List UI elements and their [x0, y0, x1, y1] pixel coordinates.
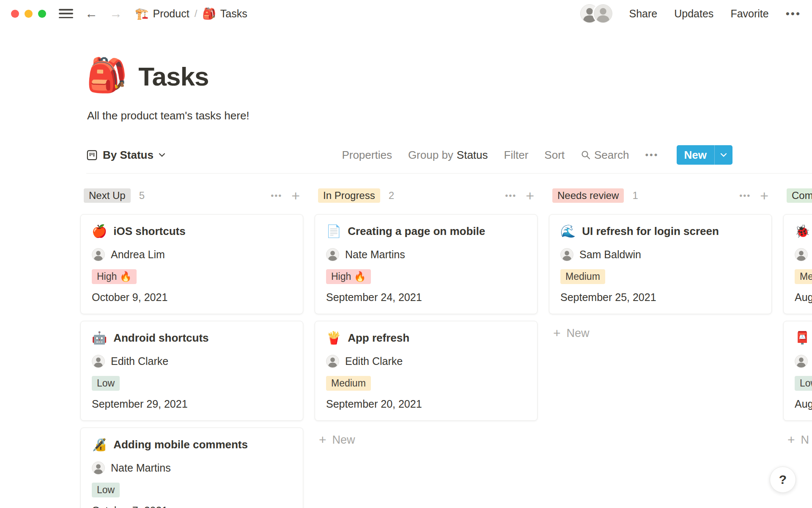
task-card[interactable]: 🍟 App refresh Edith Clarke Medium Septem…: [315, 321, 538, 421]
task-emoji-icon: 🔏: [92, 439, 107, 451]
zoom-window-button[interactable]: [38, 10, 46, 18]
new-button[interactable]: New: [677, 145, 714, 165]
priority-badge: Low: [795, 376, 812, 391]
priority-badge: High 🔥: [326, 269, 371, 284]
help-button[interactable]: ?: [770, 467, 796, 493]
column-status-badge[interactable]: Next Up: [84, 188, 131, 203]
task-card[interactable]: 📄 Creating a page on mobile Nate Martins…: [315, 214, 538, 314]
task-card[interactable]: 🐞 D N Med Augu: [783, 214, 812, 314]
toolbar-more-icon[interactable]: •••: [645, 149, 658, 160]
board-view-icon: [86, 149, 98, 161]
assignee-name: Sam Baldwin: [579, 248, 641, 261]
column-status-badge[interactable]: In Progress: [318, 188, 380, 203]
window-controls: [11, 10, 46, 18]
share-button[interactable]: Share: [629, 8, 658, 20]
properties-button[interactable]: Properties: [342, 149, 392, 162]
breadcrumb-label: Tasks: [220, 8, 247, 20]
task-card[interactable]: 🌊 UI refresh for login screen Sam Baldwi…: [549, 214, 772, 314]
column-more-icon[interactable]: •••: [739, 191, 751, 201]
assignee-name: Nate Martins: [345, 248, 405, 261]
collaborator-avatars[interactable]: [580, 4, 612, 23]
task-emoji-icon: 🌊: [560, 225, 576, 237]
column-cards: 🌊 UI refresh for login screen Sam Baldwi…: [549, 214, 772, 314]
page-subtitle[interactable]: All the product team's tasks here!: [87, 109, 250, 122]
column-header: Needs review 1 ••• +: [549, 188, 772, 203]
column-count: 2: [389, 190, 394, 202]
task-emoji-icon: 🤖: [92, 332, 107, 344]
add-new-card-button[interactable]: + New: [315, 430, 538, 450]
updates-button[interactable]: Updates: [674, 8, 713, 20]
priority-badge: Low: [92, 376, 120, 391]
column-status-badge[interactable]: Com: [787, 188, 812, 203]
forward-arrow-icon[interactable]: →: [110, 7, 122, 20]
assignee-avatar: [795, 248, 808, 261]
assignee-avatar: [795, 355, 808, 368]
task-card[interactable]: 🤖 Android shortcuts Edith Clarke Low Sep…: [80, 321, 303, 421]
search-button[interactable]: Search: [581, 149, 629, 162]
assignee-avatar: [560, 248, 573, 261]
task-emoji-icon: 🍎: [92, 225, 107, 237]
new-button-dropdown[interactable]: [715, 145, 732, 165]
due-date: September 29, 2021: [92, 398, 292, 410]
close-window-button[interactable]: [11, 10, 19, 18]
new-button-group: New: [677, 145, 732, 165]
column-add-icon[interactable]: +: [291, 188, 300, 203]
task-emoji-icon: 🍟: [326, 332, 341, 344]
task-title: Adding mobile comments: [113, 438, 248, 451]
plus-icon: +: [553, 326, 561, 340]
add-new-card-button[interactable]: + New: [549, 323, 772, 343]
assignee-avatar: [92, 461, 105, 475]
assignee-name: Edith Clarke: [111, 355, 168, 367]
minimize-window-button[interactable]: [25, 10, 33, 18]
page-icon-backpack[interactable]: 🎒: [86, 58, 127, 91]
back-arrow-icon[interactable]: ←: [85, 7, 98, 20]
filter-button[interactable]: Filter: [504, 149, 529, 162]
add-new-label: New: [567, 327, 590, 340]
column-add-icon[interactable]: +: [760, 188, 768, 203]
due-date: September 24, 2021: [326, 291, 526, 304]
task-card[interactable]: 🍎 iOS shortcuts Andrea Lim High 🔥 Octobe…: [80, 214, 303, 314]
task-card[interactable]: 📮 E N Low Augu: [783, 321, 812, 421]
column-cards: 📄 Creating a page on mobile Nate Martins…: [315, 214, 538, 421]
priority-badge: Medium: [560, 269, 605, 284]
column-more-icon[interactable]: •••: [271, 191, 282, 201]
search-icon: [581, 150, 591, 160]
due-date: October 7, 2021: [92, 505, 292, 508]
search-label: Search: [594, 149, 629, 162]
chevron-down-icon: [159, 153, 165, 157]
column-header: Next Up 5 ••• +: [80, 188, 303, 203]
column-count: 1: [632, 190, 638, 202]
crane-icon: 🏗️: [135, 7, 148, 20]
add-new-label: N: [801, 433, 809, 447]
sort-button[interactable]: Sort: [544, 149, 565, 162]
task-title: iOS shortcuts: [113, 225, 185, 238]
view-switcher-by-status[interactable]: By Status: [86, 149, 165, 162]
add-new-card-button[interactable]: + N: [783, 430, 812, 450]
chevron-down-icon: [720, 153, 727, 157]
task-emoji-icon: 📮: [795, 332, 810, 344]
plus-icon: +: [319, 433, 326, 447]
plus-icon: +: [787, 433, 795, 447]
task-card[interactable]: 🔏 Adding mobile comments Nate Martins Lo…: [80, 428, 303, 508]
task-title: UI refresh for login screen: [582, 225, 719, 238]
breadcrumb-item-tasks[interactable]: 🎒 Tasks: [202, 7, 247, 20]
page-title[interactable]: Tasks: [138, 61, 208, 91]
board-column: In Progress 2 ••• + 📄 Creating a page on…: [315, 188, 538, 508]
group-by-prefix: Group by: [408, 149, 453, 162]
assignee-avatar: [326, 355, 339, 368]
more-options-icon[interactable]: •••: [786, 7, 801, 20]
favorite-button[interactable]: Favorite: [730, 8, 768, 20]
breadcrumb-separator: /: [195, 8, 198, 19]
breadcrumb: 🏗️ Product / 🎒 Tasks: [135, 7, 247, 20]
breadcrumb-item-product[interactable]: 🏗️ Product: [135, 7, 189, 20]
board-column: Needs review 1 ••• + 🌊 UI refresh for lo…: [549, 188, 772, 508]
assignee-name: Edith Clarke: [345, 355, 403, 367]
toolbar-divider: [86, 173, 812, 174]
group-by-button[interactable]: Group by Status: [408, 149, 488, 162]
column-header: In Progress 2 ••• +: [315, 188, 538, 203]
sidebar-menu-icon[interactable]: [59, 8, 73, 19]
priority-badge: High 🔥: [92, 269, 137, 284]
column-status-badge[interactable]: Needs review: [552, 188, 624, 203]
column-more-icon[interactable]: •••: [505, 191, 516, 201]
column-add-icon[interactable]: +: [526, 188, 534, 203]
